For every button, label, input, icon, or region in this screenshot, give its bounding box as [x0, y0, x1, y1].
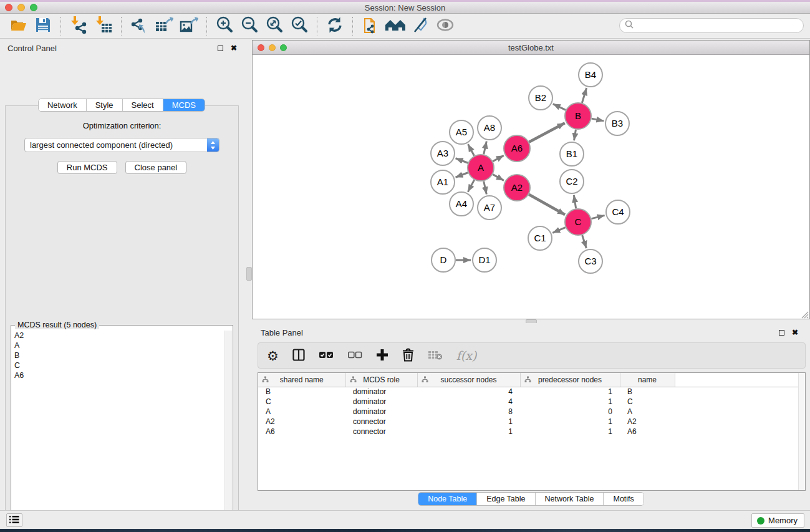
search-input[interactable] — [634, 21, 798, 31]
result-list-scrollbar[interactable] — [224, 331, 232, 532]
edge-A-A7[interactable] — [484, 181, 487, 194]
edge-B-B3[interactable] — [592, 118, 604, 121]
run-mcds-button[interactable]: Run MCDS — [57, 161, 117, 174]
export-table-button[interactable] — [153, 16, 175, 37]
cell-shared_name[interactable]: A — [258, 407, 345, 417]
mcds-result-item[interactable]: A6 — [12, 370, 224, 380]
column-header-successor_nodes[interactable]: successor nodes — [417, 373, 520, 387]
table-row[interactable]: Bdominator41B — [258, 387, 805, 397]
delete-column-button[interactable] — [402, 348, 414, 364]
save-session-button[interactable] — [32, 16, 54, 37]
zoom-in-button[interactable] — [214, 16, 235, 37]
hide-label-details-button[interactable] — [410, 16, 431, 37]
table-options-button[interactable]: ⚙ — [267, 349, 279, 362]
network-graph[interactable]: B4B2BB3A5A8A6B1A3AA1C2A2A4A7C4CC1C3DD1 — [253, 55, 809, 319]
cell-name[interactable]: A6 — [620, 427, 675, 437]
zoom-window-button[interactable] — [30, 4, 37, 11]
mcds-result-item[interactable]: A2 — [12, 331, 224, 341]
select-all-rows-button[interactable] — [319, 351, 334, 361]
mcds-result-item[interactable]: A — [12, 341, 224, 351]
network-close-button[interactable] — [258, 44, 264, 51]
close-window-button[interactable] — [5, 4, 12, 11]
cell-name[interactable]: A — [620, 407, 675, 417]
edge-A-A1[interactable] — [456, 173, 468, 177]
import-network-button[interactable] — [68, 16, 89, 37]
edge-A6-B[interactable] — [529, 123, 564, 142]
edge-C-C3[interactable] — [582, 235, 587, 248]
network-zoom-button[interactable] — [280, 44, 287, 51]
cell-predecessor_nodes[interactable]: 1 — [520, 397, 620, 407]
cell-mcds_role[interactable]: dominator — [345, 387, 417, 397]
cell-mcds_role[interactable]: dominator — [345, 397, 417, 407]
cell-shared_name[interactable]: A2 — [258, 417, 345, 427]
open-session-button[interactable] — [7, 16, 29, 37]
export-image-button[interactable] — [178, 16, 200, 37]
table-row[interactable]: A6connector11A6 — [258, 427, 805, 437]
column-header-predecessor_nodes[interactable]: predecessor nodes — [520, 373, 620, 387]
tab-style[interactable]: Style — [87, 99, 123, 111]
cell-mcds_role[interactable]: connector — [345, 427, 417, 437]
edge-A-A3[interactable] — [456, 158, 468, 163]
minimize-window-button[interactable] — [17, 4, 25, 11]
cell-shared_name[interactable]: A6 — [258, 427, 345, 437]
column-header-shared_name[interactable]: shared name — [258, 373, 345, 387]
close-panel-action-button[interactable]: Close panel — [125, 161, 187, 174]
cell-successor_nodes[interactable]: 1 — [417, 417, 520, 427]
edge-A2-C[interactable] — [529, 195, 565, 215]
table-row[interactable]: Cdominator41C — [258, 397, 805, 407]
cell-mcds_role[interactable]: dominator — [345, 407, 417, 417]
mcds-result-item[interactable]: C — [12, 360, 224, 370]
show-graphics-details-button[interactable] — [435, 16, 456, 37]
tab-mcds[interactable]: MCDS — [163, 99, 205, 111]
cell-mcds_role[interactable]: connector — [345, 417, 417, 427]
cell-predecessor_nodes[interactable]: 1 — [520, 427, 620, 437]
window-resize-grip[interactable] — [801, 310, 809, 318]
show-columns-button[interactable] — [292, 349, 305, 363]
edge-A-A8[interactable] — [484, 141, 487, 154]
table-row[interactable]: Adominator80A — [258, 407, 805, 417]
zoom-out-button[interactable] — [239, 16, 260, 37]
cell-successor_nodes[interactable]: 4 — [417, 387, 520, 397]
edge-A-A6[interactable] — [493, 155, 503, 161]
network-minimize-button[interactable] — [269, 44, 276, 51]
table-scrollbar[interactable] — [798, 373, 805, 490]
edge-C-C1[interactable] — [552, 228, 566, 233]
zoom-selected-button[interactable] — [289, 16, 310, 37]
edge-B-B4[interactable] — [582, 88, 586, 103]
export-network-button[interactable] — [128, 16, 150, 37]
close-panel-button[interactable]: ✖ — [229, 43, 239, 53]
cell-successor_nodes[interactable]: 8 — [417, 407, 520, 417]
task-history-button[interactable] — [6, 513, 22, 527]
edge-B-B1[interactable] — [574, 130, 576, 141]
memory-button[interactable]: Memory — [751, 513, 804, 528]
edge-A-A2[interactable] — [493, 175, 504, 181]
deselect-all-rows-button[interactable] — [347, 351, 362, 361]
tab-network[interactable]: Network — [39, 99, 87, 111]
optimization-criterion-select[interactable]: largest connected component (directed) — [24, 138, 219, 152]
network-from-clipboard-button[interactable] — [360, 16, 381, 37]
float-table-panel-button[interactable] — [776, 327, 786, 337]
cell-successor_nodes[interactable]: 4 — [417, 397, 520, 407]
zoom-fit-button[interactable] — [264, 16, 285, 37]
network-canvas[interactable]: B4B2BB3A5A8A6B1A3AA1C2A2A4A7C4CC1C3DD1 — [253, 55, 809, 319]
cell-name[interactable]: A2 — [620, 417, 675, 427]
close-table-panel-button[interactable]: ✖ — [790, 327, 800, 337]
cell-predecessor_nodes[interactable]: 0 — [520, 407, 620, 417]
refresh-button[interactable] — [324, 16, 345, 37]
column-header-mcds_role[interactable]: MCDS role — [345, 373, 417, 387]
cell-predecessor_nodes[interactable]: 1 — [520, 387, 620, 397]
edge-C-C2[interactable] — [574, 195, 576, 209]
cell-predecessor_nodes[interactable]: 1 — [520, 417, 620, 427]
edge-B-B2[interactable] — [553, 104, 566, 110]
tab-motifs[interactable]: Motifs — [604, 493, 643, 505]
tab-select[interactable]: Select — [123, 99, 163, 111]
table-row[interactable]: A2connector11A2 — [258, 417, 805, 427]
float-panel-button[interactable] — [215, 43, 225, 53]
tab-node-table[interactable]: Node Table — [418, 493, 477, 505]
edge-C-C4[interactable] — [591, 215, 604, 218]
home-button[interactable] — [385, 16, 406, 37]
cell-successor_nodes[interactable]: 1 — [417, 427, 520, 437]
cell-name[interactable]: B — [620, 387, 675, 397]
vertical-splitter-handle[interactable] — [246, 267, 252, 281]
cell-shared_name[interactable]: C — [258, 397, 345, 407]
